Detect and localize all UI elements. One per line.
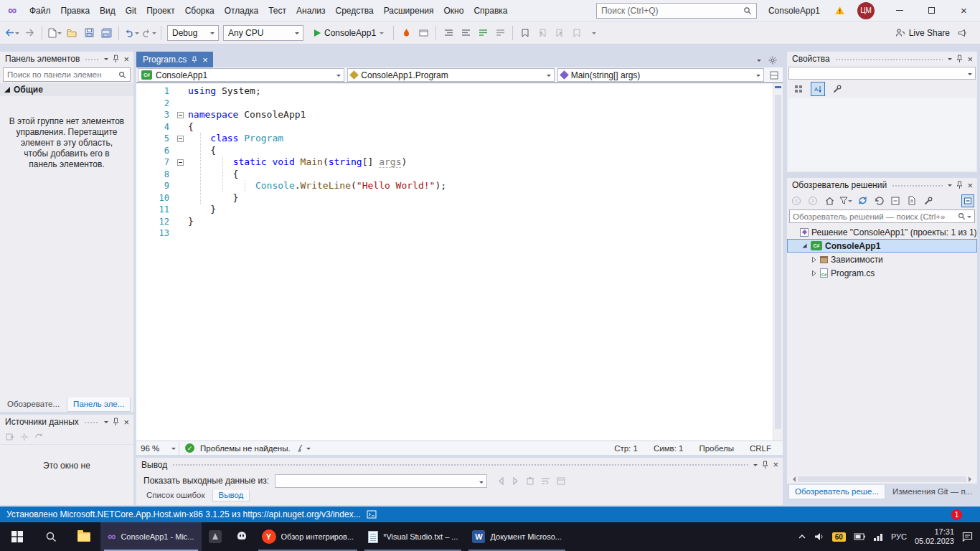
taskbar-app-word[interactable]: WДокумент Microso... <box>465 522 569 551</box>
window-position-icon[interactable] <box>753 464 758 468</box>
refresh-button[interactable] <box>872 194 885 207</box>
code-cleanup-button[interactable] <box>296 444 311 453</box>
start-debugging-button[interactable]: ConsoleApp1 <box>309 24 389 42</box>
sync-with-active-document-button[interactable] <box>856 194 869 207</box>
action-center-icon[interactable] <box>962 532 973 542</box>
tree-item[interactable]: C#ConsoleApp1 <box>787 239 977 253</box>
expand-arrow-icon[interactable] <box>810 270 817 277</box>
panel-tab[interactable]: Список ошибок <box>141 490 211 501</box>
pin-tab-icon[interactable] <box>192 56 197 64</box>
window-position-icon[interactable] <box>948 58 952 62</box>
code-line[interactable]: 8 { <box>136 169 783 181</box>
next-message-icon[interactable] <box>512 477 519 485</box>
configure-data-source-icon[interactable] <box>20 433 29 441</box>
solution-explorer-search-input[interactable]: Обозреватель решений — поиск (Ctrl+» <box>789 209 975 223</box>
taskbar-search-button[interactable] <box>34 522 67 551</box>
code-line[interactable]: 13 <box>136 227 783 240</box>
panel-drag-area[interactable] <box>892 184 943 187</box>
add-data-source-icon[interactable] <box>6 433 14 441</box>
indent-increase-button[interactable] <box>458 24 473 42</box>
indent-decrease-button[interactable] <box>440 24 456 42</box>
refresh-data-source-icon[interactable] <box>34 433 43 441</box>
keyboard-language[interactable]: РУС <box>891 532 907 541</box>
status-line[interactable]: Стр: 1 <box>614 444 638 453</box>
menu-item[interactable]: Тест <box>263 0 291 21</box>
window-position-icon[interactable] <box>104 58 108 62</box>
panel-tab[interactable]: Изменения Git — п... <box>887 485 978 499</box>
document-tab-program-cs[interactable]: Program.cs × <box>136 52 213 67</box>
filter-button[interactable] <box>839 194 852 207</box>
toggle-bookmark-button[interactable] <box>517 24 533 42</box>
preview-selected-items-toggle[interactable] <box>961 194 974 207</box>
code-line[interactable]: 4{ <box>136 121 783 133</box>
alphabetical-view-button[interactable]: A <box>811 82 825 96</box>
close-tab-icon[interactable]: × <box>202 55 208 65</box>
close-icon[interactable]: × <box>123 418 129 427</box>
save-button[interactable] <box>81 24 97 42</box>
close-icon[interactable]: × <box>967 181 973 190</box>
menu-item[interactable]: Файл <box>24 0 56 21</box>
window-position-icon[interactable] <box>948 184 952 189</box>
scroll-right-icon[interactable] <box>969 476 974 482</box>
quick-search-input[interactable]: Поиск (Ctrl+Q) <box>596 3 757 19</box>
menu-item[interactable]: Git <box>121 0 141 21</box>
fold-toggle-icon[interactable] <box>177 159 184 166</box>
pin-icon[interactable] <box>113 55 119 63</box>
taskbar-app-notepad[interactable]: *Visual Studio.txt – ... <box>361 522 465 551</box>
word-wrap-icon[interactable] <box>541 477 550 485</box>
code-line[interactable]: 12} <box>136 216 783 228</box>
code-line[interactable]: 10 } <box>136 192 783 204</box>
new-project-button[interactable] <box>47 24 62 42</box>
close-icon[interactable]: × <box>967 55 973 64</box>
next-bookmark-button[interactable] <box>552 24 567 42</box>
platform-dropdown[interactable]: Any CPU <box>223 25 303 41</box>
notification-warning-icon[interactable] <box>830 6 849 15</box>
menu-item[interactable]: Окно <box>438 0 468 21</box>
taskbar-app-vs[interactable]: ∞ConsoleApp1 - Mic... <box>100 522 202 551</box>
code-editor[interactable]: 1using System;23namespace ConsoleApp14{5… <box>136 83 783 441</box>
split-editor-button[interactable] <box>767 68 781 82</box>
code-line[interactable]: 9 Console.WriteLine("Hello World!"); <box>136 180 783 192</box>
pin-icon[interactable] <box>956 181 963 189</box>
maximize-button[interactable] <box>915 0 948 21</box>
panel-drag-area[interactable] <box>85 57 99 61</box>
menu-item[interactable]: Расширения <box>379 0 439 21</box>
tree-item[interactable]: Решение "ConsoleApp1" (проекты: 1 из 1) <box>787 225 977 239</box>
scrollbar-thumb[interactable] <box>798 476 966 482</box>
close-icon[interactable]: × <box>123 55 129 64</box>
panel-drag-area[interactable] <box>835 57 943 61</box>
navigate-back-button[interactable] <box>4 24 20 42</box>
status-spaces[interactable]: Пробелы <box>699 444 734 453</box>
document-list-chevron-icon[interactable] <box>757 60 761 64</box>
output-source-dropdown[interactable] <box>275 474 487 488</box>
tab-settings-gear-icon[interactable] <box>768 56 777 65</box>
toolbar-overflow-button[interactable] <box>586 24 602 42</box>
previous-message-icon[interactable] <box>497 477 505 485</box>
save-all-button[interactable] <box>98 24 114 42</box>
panel-drag-area[interactable] <box>172 463 748 466</box>
properties-object-dropdown[interactable] <box>788 67 976 80</box>
zoom-dropdown[interactable]: 96 % <box>138 442 179 455</box>
file-explorer-button[interactable] <box>67 522 100 551</box>
pin-icon[interactable] <box>762 461 768 469</box>
taskbar-app-yandex[interactable]: YОбзор интегриров... <box>255 522 362 551</box>
navigate-forward-button[interactable] <box>22 24 37 42</box>
taskbar-app-skullapp[interactable] <box>229 522 255 551</box>
code-line[interactable]: 5 class Program <box>136 133 783 145</box>
code-line[interactable]: 11 } <box>136 204 783 216</box>
close-icon[interactable]: × <box>773 460 778 469</box>
vertical-scrollbar[interactable] <box>773 83 783 441</box>
type-dropdown[interactable]: ConsoleApp1.Program <box>347 68 554 82</box>
status-line-ending[interactable]: CRLF <box>750 444 771 453</box>
pin-icon[interactable] <box>113 418 119 426</box>
fold-toggle-icon[interactable] <box>177 112 184 118</box>
volume-icon[interactable] <box>814 532 824 541</box>
menu-item[interactable]: Средства <box>331 0 379 21</box>
tree-item[interactable]: Зависимости <box>787 253 977 266</box>
collapse-arrow-icon[interactable] <box>801 242 808 249</box>
hot-reload-button[interactable] <box>398 24 414 42</box>
window-position-icon[interactable] <box>104 421 108 425</box>
code-line[interactable]: 7 static void Main(string[] args) <box>136 156 783 169</box>
properties-button[interactable] <box>922 194 935 207</box>
menu-item[interactable]: Анализ <box>291 0 331 21</box>
